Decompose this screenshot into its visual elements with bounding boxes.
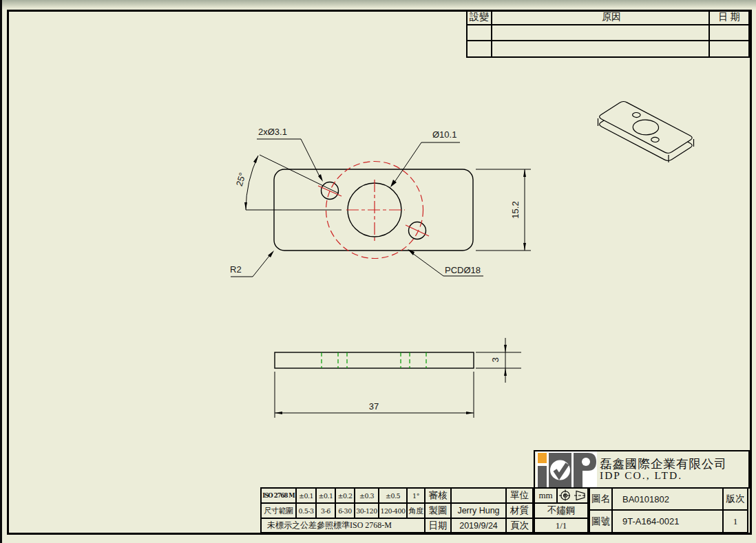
label-radius: R2 xyxy=(230,264,242,275)
side-view-outline xyxy=(275,352,474,368)
isometric-view xyxy=(598,100,694,162)
tolerance-value-5: 1° xyxy=(408,489,426,504)
hidden-lines-green xyxy=(322,352,426,368)
review-value xyxy=(452,489,507,504)
company-name-en: IDP CO., LTD. xyxy=(600,470,727,481)
material-label: 材質 xyxy=(507,504,534,519)
projection-symbol-cell xyxy=(558,489,589,504)
unit-label: 單位 xyxy=(507,489,534,504)
page-value: 1/1 xyxy=(535,519,589,533)
arrowheads xyxy=(244,156,526,414)
tolerance-table: ISO 2768 M ±0.1 ±0.1 ±0.2 ±0.3 ±0.5 1° 審… xyxy=(260,487,534,535)
label-small-holes: 2xØ3.1 xyxy=(258,127,287,137)
company-logo-box: 磊鑫國際企業有限公司 IDP CO., LTD. xyxy=(534,450,750,489)
label-big-hole: Ø10.1 xyxy=(432,129,456,140)
tolerance-note: 未標示之公差參照標準ISO 2768-M xyxy=(262,519,426,533)
range-value-3: 30-120 xyxy=(355,504,379,519)
angle-col-label: 角度 xyxy=(408,504,426,519)
range-value-4: 120-400 xyxy=(379,504,408,519)
title-block-right: 圖名 BA0101802 版次 圖號 9T-A164-0021 1 xyxy=(589,487,750,535)
tolerance-value-4: ±0.5 xyxy=(379,489,408,504)
leader-small-holes xyxy=(257,139,321,179)
tolerance-value-3: ±0.3 xyxy=(355,489,379,504)
angle-line-diagonal xyxy=(260,155,339,193)
tolerance-value-1: ±0.1 xyxy=(317,489,336,504)
label-height: 15.2 xyxy=(510,201,521,218)
company-name-zh: 磊鑫國際企業有限公司 xyxy=(600,458,727,470)
range-value-0: 0.5-3 xyxy=(297,504,317,519)
revision-value: 1 xyxy=(724,511,748,533)
drawing-number-label: 圖號 xyxy=(590,511,613,533)
label-thickness: 3 xyxy=(490,357,501,362)
unit-value: mm xyxy=(535,489,558,504)
range-value-2: 6-30 xyxy=(336,504,355,519)
drawing-name-label: 圖名 xyxy=(590,489,613,511)
dim-15-2-lines xyxy=(476,169,531,251)
range-label: 尺寸範圍 xyxy=(262,504,297,519)
tolerance-value-2: ±0.2 xyxy=(336,489,355,504)
drafter-value: Jerry Hung xyxy=(452,504,507,519)
drawing-sheet: 設變 原 因 日 期 xyxy=(0,0,756,543)
range-value-1: 3-6 xyxy=(317,504,336,519)
company-names: 磊鑫國際企業有限公司 IDP CO., LTD. xyxy=(600,458,727,482)
third-angle-projection-icon xyxy=(558,489,587,502)
idp-logo-icon xyxy=(536,451,597,487)
title-block-middle: mm 不鏽鋼 1/1 xyxy=(534,487,589,535)
angle-arc xyxy=(246,156,258,210)
revision-label: 版次 xyxy=(724,489,748,511)
page-label: 頁次 xyxy=(507,519,534,533)
date-value: 2019/9/24 xyxy=(452,519,507,533)
drafter-label: 製圖 xyxy=(426,504,452,519)
drawing-name-value: BA0101802 xyxy=(613,489,724,511)
date-label: 日期 xyxy=(426,519,452,533)
drawing-number-value: 9T-A164-0021 xyxy=(613,511,724,533)
label-pcd: PCDØ18 xyxy=(445,265,481,275)
label-angle: 25° xyxy=(234,171,248,187)
iso-top-face xyxy=(598,100,694,154)
tolerance-value-0: ±0.1 xyxy=(297,489,317,504)
tolerance-standard: ISO 2768 M xyxy=(262,489,297,504)
review-label: 審核 xyxy=(426,489,452,504)
material-value: 不鏽鋼 xyxy=(535,504,589,519)
label-length: 37 xyxy=(369,401,379,412)
leader-big-hole xyxy=(392,142,460,185)
